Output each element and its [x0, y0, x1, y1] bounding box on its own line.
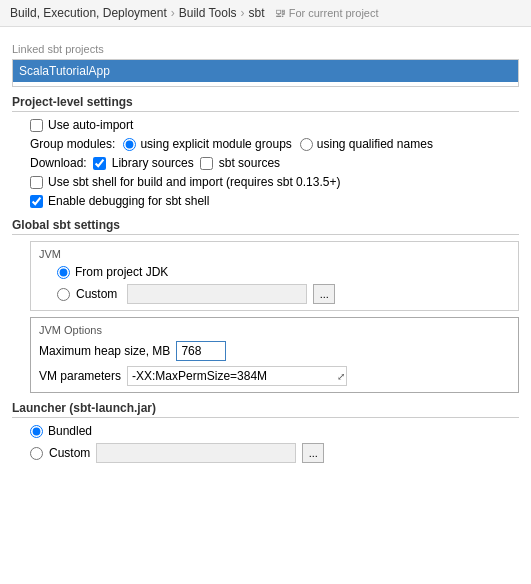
download-row: Download: Library sources sbt sources [30, 156, 519, 170]
enable-debugging-label: Enable debugging for sbt shell [48, 194, 209, 208]
bundled-row: Bundled [30, 424, 519, 438]
launcher-custom-browse-button[interactable]: ... [302, 443, 324, 463]
group-modules-option2-label[interactable]: using qualified names [300, 137, 433, 151]
breadcrumb-sep1: › [171, 6, 175, 20]
sbt-shell-checkbox[interactable] [30, 176, 43, 189]
heap-row: Maximum heap size, MB [39, 341, 510, 361]
launcher-title: Launcher (sbt-launch.jar) [12, 401, 519, 418]
group-modules-radio2[interactable] [300, 138, 313, 151]
launcher-custom-row: Custom ... [30, 443, 519, 463]
jvm-custom-radio[interactable] [57, 288, 70, 301]
global-sbt-settings: Global sbt settings JVM From project JDK… [12, 218, 519, 393]
launcher-custom-input[interactable] [96, 443, 296, 463]
auto-import-checkbox[interactable] [30, 119, 43, 132]
download-label: Download: [30, 156, 87, 170]
jvm-custom-label: Custom [76, 287, 117, 301]
auto-import-row: Use auto-import [30, 118, 519, 132]
jvm-custom-browse-button[interactable]: ... [313, 284, 335, 304]
sbt-sources-checkbox[interactable] [200, 157, 213, 170]
from-project-jdk-row: From project JDK [57, 265, 510, 279]
sbt-sources-label: sbt sources [219, 156, 280, 170]
jvm-section: JVM From project JDK Custom ... [30, 241, 519, 311]
linked-projects-label: Linked sbt projects [12, 43, 519, 55]
enable-debugging-row: Enable debugging for sbt shell [30, 194, 519, 208]
launcher-custom-label: Custom [49, 446, 90, 460]
from-project-jdk-label: From project JDK [75, 265, 168, 279]
jvm-options-section: JVM Options Maximum heap size, MB VM par… [30, 317, 519, 393]
launcher-custom-radio[interactable] [30, 447, 43, 460]
sbt-shell-row: Use sbt shell for build and import (requ… [30, 175, 519, 189]
breadcrumb-level1[interactable]: Build Tools [179, 6, 237, 20]
linked-projects-list[interactable]: ScalaTutorialApp [12, 59, 519, 87]
jvm-options-title: JVM Options [39, 324, 510, 336]
group-modules-label: Group modules: [30, 137, 115, 151]
breadcrumb-root: Build, Execution, Deployment [10, 6, 167, 20]
vm-params-input-wrap: ⤢ [127, 366, 347, 386]
jvm-section-title: JVM [39, 248, 510, 260]
group-modules-radio1[interactable] [123, 138, 136, 151]
linked-project-item[interactable]: ScalaTutorialApp [13, 60, 518, 82]
vm-params-input[interactable] [127, 366, 347, 386]
group-modules-row: Group modules: using explicit module gro… [30, 137, 519, 151]
heap-label: Maximum heap size, MB [39, 344, 170, 358]
project-level-settings: Project-level settings Use auto-import G… [12, 95, 519, 208]
library-sources-label: Library sources [112, 156, 194, 170]
project-settings-title: Project-level settings [12, 95, 519, 112]
heap-input[interactable] [176, 341, 226, 361]
for-project-label: 🖳 For current project [275, 7, 379, 19]
group-modules-option2-text: using qualified names [317, 137, 433, 151]
bundled-label: Bundled [48, 424, 92, 438]
vm-params-label: VM parameters [39, 369, 121, 383]
breadcrumb-level2: sbt [249, 6, 265, 20]
jvm-custom-row: Custom ... [57, 284, 510, 304]
global-settings-title: Global sbt settings [12, 218, 519, 235]
jvm-custom-input[interactable] [127, 284, 307, 304]
group-modules-option1-text: using explicit module groups [140, 137, 291, 151]
vm-params-expand-icon[interactable]: ⤢ [337, 371, 345, 382]
breadcrumb: Build, Execution, Deployment › Build Too… [0, 0, 531, 27]
group-modules-option1-label[interactable]: using explicit module groups [123, 137, 291, 151]
breadcrumb-sep2: › [241, 6, 245, 20]
from-project-jdk-radio[interactable] [57, 266, 70, 279]
launcher-section: Launcher (sbt-launch.jar) Bundled Custom… [12, 401, 519, 463]
library-sources-checkbox[interactable] [93, 157, 106, 170]
auto-import-label: Use auto-import [48, 118, 133, 132]
bundled-radio[interactable] [30, 425, 43, 438]
enable-debugging-checkbox[interactable] [30, 195, 43, 208]
vm-params-row: VM parameters ⤢ [39, 366, 510, 386]
sbt-shell-label: Use sbt shell for build and import (requ… [48, 175, 340, 189]
